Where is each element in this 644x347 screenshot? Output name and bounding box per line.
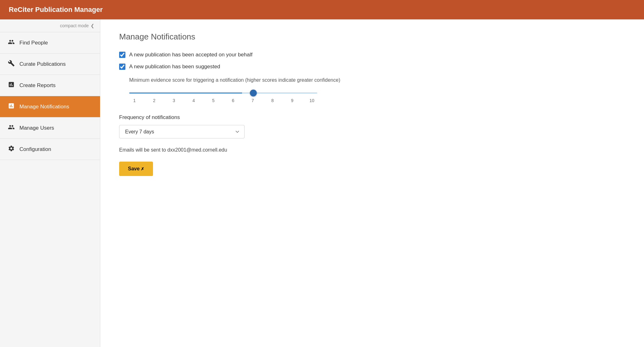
- app-title: ReCiter Publication Manager: [9, 6, 103, 13]
- cursor-icon: ✗: [141, 167, 144, 171]
- sidebar-item-manage-notifications[interactable]: Manage Notifications: [0, 96, 100, 117]
- compact-mode-label: compact mode: [60, 23, 89, 28]
- checkbox-accepted-label: A new publication has been accepted on y…: [129, 52, 252, 58]
- sidebar-item-curate-publications[interactable]: Curate Publications: [0, 54, 100, 75]
- find-people-icon: [8, 39, 15, 47]
- save-button-label: Save: [128, 166, 140, 172]
- curate-publications-icon: [8, 60, 15, 68]
- slider-track: [129, 89, 317, 95]
- configuration-icon: [8, 145, 15, 153]
- sidebar-item-create-reports[interactable]: Create Reports: [0, 75, 100, 96]
- slider-section: Minimum evidence score for triggering a …: [119, 77, 625, 103]
- manage-users-label: Manage Users: [19, 125, 54, 131]
- slider-description: Minimum evidence score for triggering a …: [129, 77, 625, 83]
- sidebar-item-configuration[interactable]: Configuration: [0, 139, 100, 160]
- save-button[interactable]: Save ✗: [119, 162, 153, 176]
- frequency-section: Frequency of notifications Every day Eve…: [119, 114, 625, 138]
- compact-mode-toggle[interactable]: compact mode ❮: [0, 19, 100, 32]
- checkbox-row-suggested: A new publication has been suggested: [119, 64, 625, 70]
- app-header: ReCiter Publication Manager: [0, 0, 644, 19]
- create-reports-icon: [8, 81, 15, 90]
- collapse-icon: ❮: [91, 23, 94, 28]
- slider-container: 1 2 3 4 5 6 7 8 9 10: [129, 89, 317, 103]
- find-people-label: Find People: [19, 40, 48, 46]
- create-reports-label: Create Reports: [19, 82, 55, 89]
- checkbox-suggested[interactable]: [119, 64, 125, 70]
- main-content: Manage Notifications A new publication h…: [100, 19, 644, 347]
- main-layout: compact mode ❮ Find People Curate Publ: [0, 19, 644, 347]
- checkbox-row-accepted: A new publication has been accepted on y…: [119, 52, 625, 58]
- sidebar-nav: Find People Curate Publications Create R…: [0, 32, 100, 160]
- page-title: Manage Notifications: [119, 32, 625, 42]
- manage-notifications-icon: [8, 102, 15, 111]
- checkbox-accepted[interactable]: [119, 52, 125, 58]
- manage-users-icon: [8, 124, 15, 132]
- evidence-score-slider[interactable]: [129, 92, 317, 94]
- configuration-label: Configuration: [19, 146, 51, 153]
- checkbox-suggested-label: A new publication has been suggested: [129, 64, 220, 70]
- curate-publications-label: Curate Publications: [19, 61, 66, 67]
- sidebar-item-manage-users[interactable]: Manage Users: [0, 117, 100, 139]
- email-info: Emails will be sent to dxx2001@med.corne…: [119, 147, 625, 153]
- frequency-select[interactable]: Every day Every 7 days Every 14 days Eve…: [119, 125, 245, 138]
- sidebar-item-find-people[interactable]: Find People: [0, 32, 100, 54]
- sidebar: compact mode ❮ Find People Curate Publ: [0, 19, 100, 347]
- manage-notifications-label: Manage Notifications: [19, 104, 69, 110]
- frequency-label: Frequency of notifications: [119, 114, 625, 121]
- slider-labels: 1 2 3 4 5 6 7 8 9 10: [129, 98, 317, 103]
